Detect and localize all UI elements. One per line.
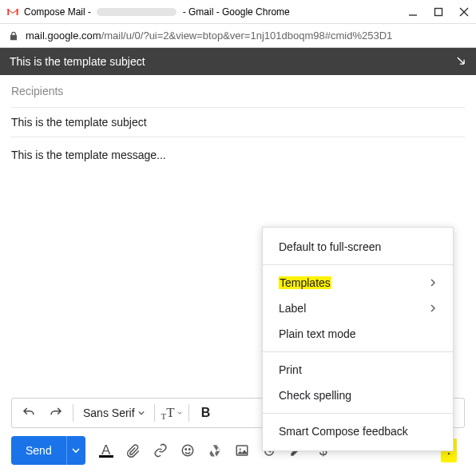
redacted-email	[97, 8, 177, 16]
window-title: Compose Mail - - Gmail - Google Chrome	[24, 6, 407, 18]
insert-emoji-button[interactable]	[178, 441, 197, 460]
svg-point-8	[239, 448, 240, 450]
font-size-select[interactable]: TT	[161, 403, 182, 423]
window-minimize-button[interactable]	[407, 6, 418, 18]
dropdown-caret-icon	[177, 406, 182, 420]
gmail-m-icon	[6, 6, 19, 18]
insert-drive-button[interactable]	[205, 441, 224, 460]
svg-point-6	[188, 449, 190, 450]
window-maximize-button[interactable]	[433, 6, 444, 18]
undo-button[interactable]	[18, 403, 39, 423]
attach-file-button[interactable]	[124, 441, 143, 460]
menu-item-templates[interactable]: Templates	[263, 270, 453, 296]
popout-arrow-icon[interactable]	[455, 55, 466, 69]
compose-header-subject: This is the template subject	[10, 55, 145, 68]
bold-button[interactable]: B	[196, 406, 216, 420]
more-options-menu: Default to full-screen Templates Label P…	[262, 227, 454, 451]
submenu-arrow-icon	[429, 279, 437, 287]
menu-item-label: Templates	[279, 276, 331, 289]
menu-item-label: Default to full-screen	[279, 240, 381, 253]
menu-item-check-spelling[interactable]: Check spelling	[263, 383, 453, 408]
send-options-button[interactable]	[66, 436, 85, 465]
svg-point-5	[185, 449, 187, 450]
font-family-select[interactable]: Sans Serif	[80, 407, 148, 419]
window-titlebar: Compose Mail - - Gmail - Google Chrome	[0, 0, 476, 24]
compose-header: This is the template subject	[0, 48, 476, 75]
send-button-group: Send	[11, 436, 85, 465]
browser-address-bar[interactable]: mail.google.com/mail/u/0/?ui=2&view=btop…	[0, 24, 476, 48]
dropdown-caret-icon	[138, 410, 145, 416]
submenu-arrow-icon	[429, 304, 437, 312]
menu-item-fullscreen[interactable]: Default to full-screen	[263, 234, 453, 260]
window-close-button[interactable]	[458, 6, 470, 18]
text-color-button[interactable]: A	[97, 441, 116, 460]
insert-link-button[interactable]	[151, 441, 170, 460]
svg-rect-1	[435, 8, 442, 15]
menu-item-label-menu[interactable]: Label	[263, 296, 453, 321]
url-text: mail.google.com/mail/u/0/?ui=2&view=btop…	[26, 30, 392, 42]
menu-item-label: Plain text mode	[279, 327, 356, 340]
font-family-label: Sans Serif	[83, 407, 135, 419]
menu-item-label: Print	[279, 363, 302, 376]
menu-item-label: Label	[279, 302, 306, 315]
menu-item-label: Check spelling	[279, 389, 351, 402]
menu-item-print[interactable]: Print	[263, 357, 453, 383]
recipients-field[interactable]: Recipients	[11, 75, 465, 108]
menu-item-label: Smart Compose feedback	[279, 425, 408, 438]
subject-field[interactable]: This is the template subject	[11, 108, 465, 137]
svg-point-4	[182, 445, 193, 456]
menu-item-smart-compose[interactable]: Smart Compose feedback	[263, 418, 453, 444]
lock-icon	[8, 30, 19, 42]
send-button[interactable]: Send	[11, 436, 66, 465]
redo-button[interactable]	[46, 403, 66, 423]
menu-item-plain-text[interactable]: Plain text mode	[263, 321, 453, 347]
svg-point-13	[448, 453, 450, 454]
insert-photo-button[interactable]	[232, 441, 252, 460]
